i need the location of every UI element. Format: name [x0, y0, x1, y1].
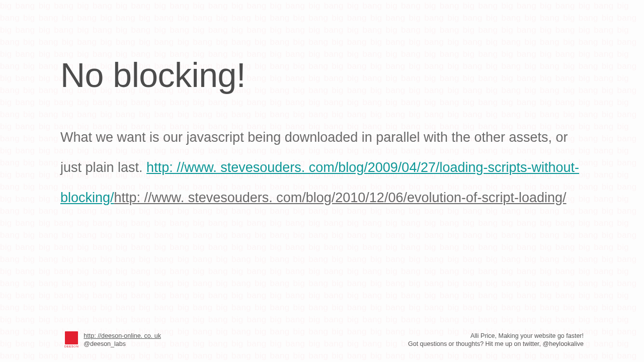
logo-square-icon	[65, 331, 78, 344]
footer-byline-1: Alli Price, Making your website go faste…	[408, 332, 584, 340]
footer-site-link[interactable]: http: //deeson-online. co. uk	[84, 332, 161, 339]
slide-title: No blocking!	[60, 55, 584, 95]
footer-left: DEESON http: //deeson-online. co. uk @de…	[64, 331, 161, 348]
footer-byline-2: Got questions or thoughts? Hit me up on …	[408, 340, 584, 348]
slide-body: What we want is our javascript being dow…	[60, 122, 584, 213]
logo-label: DEESON	[64, 345, 78, 348]
footer-left-text: http: //deeson-online. co. uk @deeson_la…	[84, 332, 161, 348]
link-evolution-script-loading[interactable]: http: //www. stevesouders. com/blog/2010…	[114, 190, 567, 205]
footer-twitter-handle: @deeson_labs	[84, 340, 126, 347]
footer-right: Alli Price, Making your website go faste…	[408, 332, 584, 348]
deeson-logo: DEESON	[64, 331, 78, 348]
slide-content: No blocking! What we want is our javascr…	[0, 0, 644, 213]
slide-footer: DEESON http: //deeson-online. co. uk @de…	[64, 331, 584, 348]
